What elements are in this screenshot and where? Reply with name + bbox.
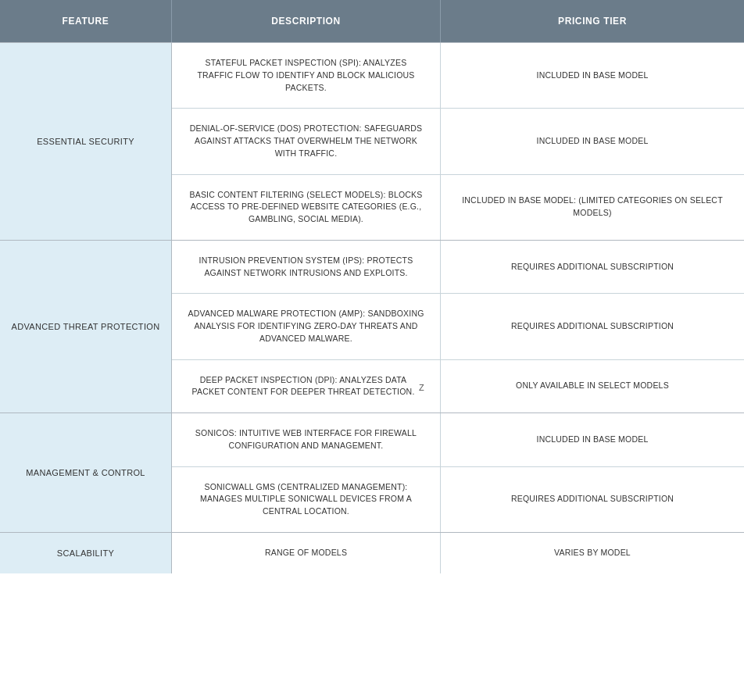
header-pricing-label: Pricing Tier: [558, 16, 627, 27]
row-1-1: ADVANCED MALWARE PROTECTION (AMP): SANDB…: [172, 294, 744, 359]
feature-label-2: MANAGEMENT & CONTROL: [0, 413, 172, 532]
section-1: ADVANCED THREAT PROTECTIONINTRUSION PREV…: [0, 240, 744, 412]
desc-text-1-0: INTRUSION PREVENTION SYSTEM (IPS): PROTE…: [188, 255, 424, 280]
price-cell-2-1: REQUIRES ADDITIONAL SUBSCRIPTION: [441, 467, 744, 532]
section-0: ESSENTIAL SECURITYSTATEFUL PACKET INSPEC…: [0, 42, 744, 240]
price-cell-0-1: INCLUDED IN BASE MODEL: [441, 109, 744, 173]
desc-note-1-2: Z: [419, 381, 424, 395]
desc-cell-0-2: BASIC CONTENT FILTERING (SELECT MODELS):…: [172, 175, 441, 240]
desc-cell-1-0: INTRUSION PREVENTION SYSTEM (IPS): PROTE…: [172, 241, 441, 294]
price-cell-0-2: INCLUDED IN BASE MODEL: (LIMITED CATEGOR…: [441, 175, 744, 240]
main-table: Feature Description Pricing Tier ESSENTI…: [0, 0, 744, 573]
feature-label-1: ADVANCED THREAT PROTECTION: [0, 241, 172, 412]
desc-cell-2-1: SONICWALL GMS (CENTRALIZED MANAGEMENT): …: [172, 467, 441, 532]
row-1-0: INTRUSION PREVENTION SYSTEM (IPS): PROTE…: [172, 241, 744, 295]
header-feature-label: Feature: [63, 16, 109, 27]
desc-price-col-3: RANGE OF MODELSVARIES BY MODEL: [172, 533, 744, 573]
desc-price-col-2: SONICOS: INTUITIVE WEB INTERFACE FOR FIR…: [172, 413, 744, 532]
desc-text-2-1: SONICWALL GMS (CENTRALIZED MANAGEMENT): …: [188, 481, 424, 518]
price-cell-3-0: VARIES BY MODEL: [441, 533, 744, 573]
row-3-0: RANGE OF MODELSVARIES BY MODEL: [172, 533, 744, 573]
price-cell-1-2: ONLY AVAILABLE IN SELECT MODELS: [441, 360, 744, 413]
header-pricing: Pricing Tier: [441, 0, 744, 42]
desc-text-0-2: BASIC CONTENT FILTERING (SELECT MODELS):…: [188, 189, 424, 226]
row-2-0: SONICOS: INTUITIVE WEB INTERFACE FOR FIR…: [172, 413, 744, 467]
price-cell-1-0: REQUIRES ADDITIONAL SUBSCRIPTION: [441, 241, 744, 294]
feature-label-0: ESSENTIAL SECURITY: [0, 43, 172, 240]
desc-price-col-1: INTRUSION PREVENTION SYSTEM (IPS): PROTE…: [172, 241, 744, 412]
section-2: MANAGEMENT & CONTROLSONICOS: INTUITIVE W…: [0, 412, 744, 532]
row-0-0: STATEFUL PACKET INSPECTION (SPI): ANALYZ…: [172, 43, 744, 109]
desc-cell-1-1: ADVANCED MALWARE PROTECTION (AMP): SANDB…: [172, 294, 441, 359]
header-description: Description: [172, 0, 441, 42]
desc-cell-0-1: DENIAL-OF-SERVICE (DOS) PROTECTION: SAFE…: [172, 109, 441, 173]
desc-cell-1-2: DEEP PACKET INSPECTION (DPI): ANALYZES D…: [172, 360, 441, 413]
desc-text-0-1: DENIAL-OF-SERVICE (DOS) PROTECTION: SAFE…: [188, 123, 424, 159]
row-2-1: SONICWALL GMS (CENTRALIZED MANAGEMENT): …: [172, 467, 744, 532]
desc-text-0-0: STATEFUL PACKET INSPECTION (SPI): ANALYZ…: [188, 57, 424, 94]
table-body: ESSENTIAL SECURITYSTATEFUL PACKET INSPEC…: [0, 42, 744, 573]
row-0-2: BASIC CONTENT FILTERING (SELECT MODELS):…: [172, 175, 744, 240]
desc-text-2-0: SONICOS: INTUITIVE WEB INTERFACE FOR FIR…: [188, 427, 424, 452]
desc-text-3-0: RANGE OF MODELS: [265, 547, 347, 559]
desc-cell-2-0: SONICOS: INTUITIVE WEB INTERFACE FOR FIR…: [172, 413, 441, 466]
price-cell-1-1: REQUIRES ADDITIONAL SUBSCRIPTION: [441, 294, 744, 359]
desc-text-1-2: DEEP PACKET INSPECTION (DPI): ANALYZES D…: [188, 374, 419, 399]
feature-label-3: SCALABILITY: [0, 533, 172, 573]
section-3: SCALABILITYRANGE OF MODELSVARIES BY MODE…: [0, 532, 744, 573]
desc-text-1-1: ADVANCED MALWARE PROTECTION (AMP): SANDB…: [188, 308, 424, 345]
desc-cell-0-0: STATEFUL PACKET INSPECTION (SPI): ANALYZ…: [172, 43, 441, 108]
desc-cell-3-0: RANGE OF MODELS: [172, 533, 441, 573]
price-cell-2-0: INCLUDED IN BASE MODEL: [441, 413, 744, 466]
header-feature: Feature: [0, 0, 172, 42]
table-header: Feature Description Pricing Tier: [0, 0, 744, 42]
row-1-2: DEEP PACKET INSPECTION (DPI): ANALYZES D…: [172, 360, 744, 413]
price-cell-0-0: INCLUDED IN BASE MODEL: [441, 43, 744, 108]
desc-price-col-0: STATEFUL PACKET INSPECTION (SPI): ANALYZ…: [172, 43, 744, 240]
row-0-1: DENIAL-OF-SERVICE (DOS) PROTECTION: SAFE…: [172, 109, 744, 174]
header-description-label: Description: [271, 16, 341, 27]
